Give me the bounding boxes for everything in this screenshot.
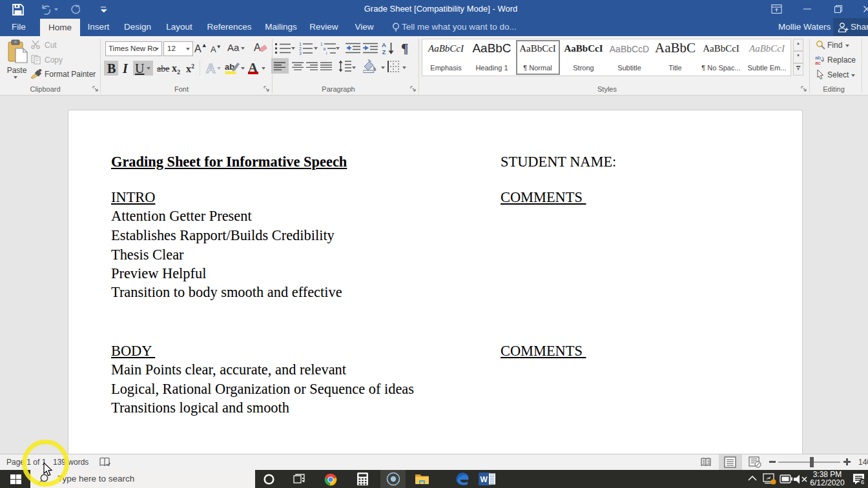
svg-text:6: 6 <box>861 479 864 485</box>
svg-text:3: 3 <box>299 51 302 55</box>
svg-text:a: a <box>324 46 326 51</box>
svg-text:W: W <box>480 475 488 484</box>
svg-text:A: A <box>254 42 261 53</box>
svg-text:ac: ac <box>815 60 820 65</box>
svg-text:i: i <box>326 51 327 55</box>
svg-text:Z: Z <box>382 48 386 56</box>
svg-text:1: 1 <box>320 42 323 46</box>
svg-text:A: A <box>382 41 386 48</box>
svg-text:1: 1 <box>299 42 302 46</box>
svg-text:2: 2 <box>299 46 302 51</box>
